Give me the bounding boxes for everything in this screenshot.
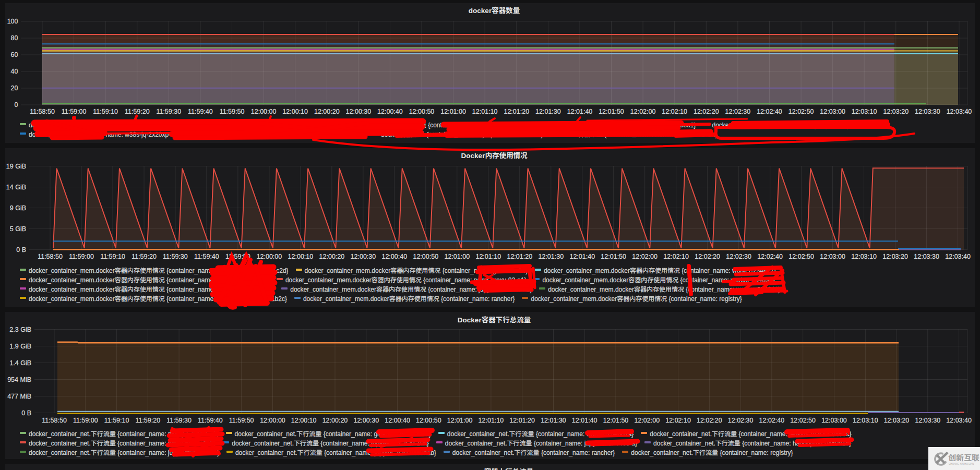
svg-text:11:59:20: 11:59:20: [125, 108, 150, 115]
svg-text:12:02:20: 12:02:20: [694, 108, 719, 115]
svg-text:12:00:50: 12:00:50: [409, 108, 435, 115]
svg-text:11:59:30: 11:59:30: [156, 108, 181, 115]
svg-text:12:03:00: 12:03:00: [820, 108, 845, 115]
svg-text:11:59:10: 11:59:10: [104, 417, 129, 424]
svg-text:12:01:00: 12:01:00: [447, 417, 473, 424]
svg-text:12:00:00: 12:00:00: [260, 417, 285, 424]
svg-text:11:59:50: 11:59:50: [229, 417, 254, 424]
svg-text:0 B: 0 B: [21, 409, 31, 417]
svg-text:CHUANG XIN HU LIAN: CHUANG XIN HU LIAN: [949, 463, 974, 465]
svg-text:12:03:40: 12:03:40: [945, 253, 971, 260]
svg-text:11:59:30: 11:59:30: [163, 253, 188, 260]
svg-text:创新互联: 创新互联: [948, 452, 979, 463]
svg-text:12:02:50: 12:02:50: [788, 108, 814, 115]
svg-text:11:59:40: 11:59:40: [194, 253, 219, 260]
svg-text:12:03:30: 12:03:30: [914, 253, 939, 260]
svg-text:12:01:10: 12:01:10: [475, 253, 501, 260]
svg-text:12:03:40: 12:03:40: [946, 417, 972, 424]
svg-text:12:02:20: 12:02:20: [697, 417, 722, 424]
svg-text:12:00:30: 12:00:30: [351, 253, 376, 260]
svg-text:12:02:30: 12:02:30: [726, 253, 751, 260]
svg-text:12:01:40: 12:01:40: [567, 108, 593, 115]
svg-text:12:00:10: 12:00:10: [288, 253, 314, 260]
svg-text:12:02:30: 12:02:30: [728, 417, 754, 424]
svg-text:12:00:40: 12:00:40: [377, 108, 403, 115]
svg-text:12:01:40: 12:01:40: [569, 253, 595, 260]
svg-text:11:59:30: 11:59:30: [166, 417, 192, 424]
svg-text:80: 80: [11, 34, 18, 42]
svg-text:20: 20: [11, 85, 18, 92]
svg-text:5 GiB: 5 GiB: [10, 225, 26, 233]
svg-text:12:03:20: 12:03:20: [883, 108, 909, 115]
svg-text:12:02:20: 12:02:20: [695, 253, 720, 260]
svg-text:12:00:40: 12:00:40: [385, 417, 410, 424]
svg-text:12:02:10: 12:02:10: [663, 253, 689, 260]
svg-text:0 B: 0 B: [16, 246, 26, 254]
svg-text:11:59:40: 11:59:40: [188, 108, 213, 115]
svg-text:12:01:50: 12:01:50: [601, 253, 626, 260]
svg-text:11:59:00: 11:59:00: [62, 108, 87, 115]
svg-text:12:01:50: 12:01:50: [599, 108, 624, 115]
svg-text:12:01:30: 12:01:30: [535, 108, 561, 115]
svg-text:12:03:10: 12:03:10: [853, 417, 878, 424]
svg-text:12:01:20: 12:01:20: [509, 417, 535, 424]
svg-text:12:00:40: 12:00:40: [381, 253, 407, 260]
svg-text:12:01:10: 12:01:10: [479, 417, 504, 424]
svg-text:9 GiB: 9 GiB: [10, 204, 26, 212]
svg-text:11:58:50: 11:58:50: [30, 108, 55, 115]
svg-text:12:00:30: 12:00:30: [346, 108, 372, 115]
svg-text:12:01:20: 12:01:20: [507, 253, 532, 260]
svg-text:12:00:00: 12:00:00: [251, 108, 277, 115]
svg-text:11:58:50: 11:58:50: [42, 417, 67, 424]
svg-text:12:00:30: 12:00:30: [353, 417, 379, 424]
svg-text:11:59:10: 11:59:10: [100, 253, 125, 260]
svg-text:12:00:50: 12:00:50: [413, 253, 438, 260]
svg-text:19 GiB: 19 GiB: [6, 163, 26, 170]
svg-text:12:00:20: 12:00:20: [319, 253, 345, 260]
svg-text:12:01:30: 12:01:30: [538, 253, 564, 260]
svg-text:11:59:20: 11:59:20: [135, 417, 160, 424]
svg-text:12:01:30: 12:01:30: [541, 417, 566, 424]
svg-text:12:03:30: 12:03:30: [915, 417, 940, 424]
svg-text:12:02:10: 12:02:10: [665, 417, 691, 424]
svg-text:40: 40: [11, 68, 18, 75]
svg-text:12:01:20: 12:01:20: [504, 108, 529, 115]
svg-text:12:01:00: 12:01:00: [440, 108, 466, 115]
svg-text:12:00:00: 12:00:00: [257, 253, 282, 260]
svg-text:12:03:20: 12:03:20: [884, 417, 910, 424]
svg-text:12:00:20: 12:00:20: [314, 108, 340, 115]
svg-text:12:01:10: 12:01:10: [472, 108, 498, 115]
svg-text:14 GiB: 14 GiB: [6, 184, 26, 191]
svg-text:12:00:10: 12:00:10: [282, 108, 308, 115]
svg-text:12:03:30: 12:03:30: [915, 108, 940, 115]
svg-text:12:02:40: 12:02:40: [759, 417, 785, 424]
svg-text:12:03:00: 12:03:00: [821, 417, 847, 424]
svg-text:11:59:50: 11:59:50: [225, 253, 250, 260]
svg-text:12:03:20: 12:03:20: [882, 253, 908, 260]
svg-text:11:59:10: 11:59:10: [93, 108, 118, 115]
svg-text:12:01:00: 12:01:00: [444, 253, 470, 260]
svg-text:0: 0: [15, 101, 18, 109]
svg-text:12:02:00: 12:02:00: [630, 108, 656, 115]
svg-text:11:59:40: 11:59:40: [198, 417, 223, 424]
svg-text:11:59:50: 11:59:50: [220, 108, 245, 115]
svg-text:2.3 GiB: 2.3 GiB: [9, 326, 31, 333]
svg-text:12:01:50: 12:01:50: [603, 417, 629, 424]
svg-text:12:03:40: 12:03:40: [947, 108, 972, 115]
svg-text:12:01:40: 12:01:40: [572, 417, 597, 424]
svg-text:11:59:00: 11:59:00: [69, 253, 94, 260]
svg-text:12:02:10: 12:02:10: [662, 108, 687, 115]
svg-text:12:02:00: 12:02:00: [632, 253, 658, 260]
svg-text:12:00:50: 12:00:50: [416, 417, 441, 424]
svg-text:12:03:00: 12:03:00: [820, 253, 845, 260]
svg-text:11:59:00: 11:59:00: [73, 417, 98, 424]
svg-text:100: 100: [7, 18, 18, 25]
svg-text:11:59:20: 11:59:20: [132, 253, 157, 260]
svg-text:12:00:20: 12:00:20: [322, 417, 348, 424]
svg-text:1.4 GiB: 1.4 GiB: [9, 359, 31, 367]
svg-text:477 MiB: 477 MiB: [7, 393, 31, 400]
svg-text:12:02:50: 12:02:50: [790, 417, 816, 424]
svg-text:1.9 GiB: 1.9 GiB: [9, 343, 31, 350]
svg-text:12:02:30: 12:02:30: [725, 108, 751, 115]
svg-text:954 MiB: 954 MiB: [7, 376, 31, 383]
